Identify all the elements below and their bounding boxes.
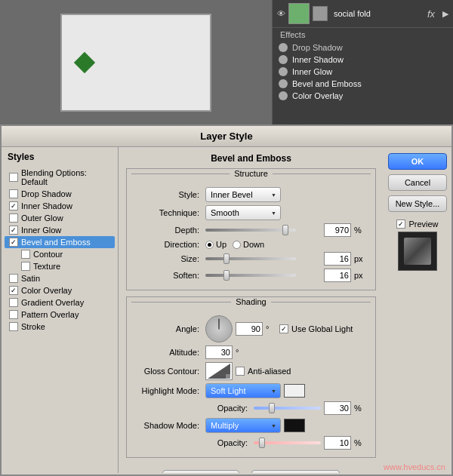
ok-button[interactable]: OK <box>388 153 447 170</box>
style-label-texture: Texture <box>33 262 60 271</box>
fx-button[interactable]: fx <box>423 7 439 21</box>
style-inner-glow[interactable]: Inner Glow <box>5 224 115 236</box>
checkbox-blending[interactable] <box>9 173 18 182</box>
eye-drop-shadow[interactable] <box>279 43 288 52</box>
highlight-opacity-input[interactable] <box>324 401 351 415</box>
style-satin[interactable]: Satin <box>5 272 115 284</box>
depth-row: Depth: % <box>131 223 371 237</box>
watermark: www.hveducs.cn <box>384 462 445 471</box>
size-slider-track[interactable] <box>205 257 296 260</box>
global-light-checkbox[interactable] <box>279 324 288 333</box>
highlight-mode-dropdown[interactable]: Soft Light <box>205 383 281 398</box>
gloss-contour-row: Gloss Contour: Anti-aliased <box>131 362 371 380</box>
style-drop-shadow[interactable]: Drop Shadow <box>5 188 115 200</box>
style-blending-options[interactable]: Blending Options: Default <box>5 167 115 188</box>
direction-up-item[interactable]: Up <box>205 240 226 249</box>
soften-input[interactable] <box>324 269 351 282</box>
svg-marker-1 <box>226 374 230 379</box>
shadow-opacity-input[interactable] <box>324 436 351 450</box>
style-label-color-overlay: Color Overlay <box>21 286 72 295</box>
technique-dropdown[interactable]: Smooth <box>205 205 281 220</box>
style-color-overlay[interactable]: Color Overlay <box>5 284 115 296</box>
anti-aliased-label: Anti-aliased <box>248 367 291 376</box>
depth-slider-container <box>205 229 321 232</box>
new-style-button[interactable]: New Style... <box>388 195 447 212</box>
size-unit: px <box>354 254 365 263</box>
shadow-color-swatch[interactable] <box>284 419 305 432</box>
preview-checkbox[interactable] <box>396 220 405 229</box>
checkbox-texture[interactable] <box>21 262 30 271</box>
style-outer-glow[interactable]: Outer Glow <box>5 212 115 224</box>
soften-slider-track[interactable] <box>205 274 296 277</box>
cancel-button[interactable]: Cancel <box>388 174 447 191</box>
direction-up-radio[interactable] <box>205 241 214 249</box>
depth-input[interactable] <box>324 223 351 237</box>
shadow-opacity-thumb[interactable] <box>259 438 265 448</box>
style-inner-shadow[interactable]: Inner Shadow <box>5 200 115 212</box>
style-texture[interactable]: Texture <box>5 260 115 272</box>
effect-item-bevel-emboss[interactable]: Bevel and Emboss <box>273 78 453 90</box>
style-gradient-overlay[interactable]: Gradient Overlay <box>5 296 115 309</box>
soften-slider-thumb[interactable] <box>223 270 230 281</box>
checkbox-bevel-emboss[interactable] <box>9 238 18 247</box>
shadow-opacity-track[interactable] <box>254 441 321 444</box>
highlight-opacity-thumb[interactable] <box>269 403 275 413</box>
anti-aliased-item[interactable]: Anti-aliased <box>236 367 291 376</box>
altitude-input[interactable] <box>205 345 233 359</box>
shading-title: Shading <box>236 297 266 306</box>
eye-icon[interactable]: 👁 <box>277 9 285 18</box>
angle-wheel[interactable] <box>205 315 233 342</box>
style-label-outer-glow: Outer Glow <box>21 213 63 223</box>
size-input[interactable] <box>324 252 351 266</box>
eye-inner-glow[interactable] <box>279 67 288 76</box>
checkbox-contour[interactable] <box>21 250 30 259</box>
direction-down-item[interactable]: Down <box>233 240 264 249</box>
style-stroke[interactable]: Stroke <box>5 321 115 333</box>
angle-row: Angle: ° Use Global Light <box>131 315 371 342</box>
eye-bevel-emboss[interactable] <box>279 79 288 88</box>
checkbox-satin[interactable] <box>9 274 18 283</box>
soften-label: Soften: <box>137 271 205 280</box>
checkbox-pattern-overlay[interactable] <box>9 310 18 319</box>
checkbox-color-overlay[interactable] <box>9 286 18 295</box>
make-default-button[interactable]: Make Default <box>162 470 240 473</box>
highlight-color-swatch[interactable] <box>284 384 305 398</box>
checkbox-gradient-overlay[interactable] <box>9 298 18 307</box>
size-slider-thumb[interactable] <box>223 253 230 264</box>
gloss-contour-row-content: Anti-aliased <box>205 362 365 380</box>
depth-slider-track[interactable] <box>205 229 296 232</box>
checkbox-outer-glow[interactable] <box>9 213 18 223</box>
canvas-diamond <box>74 51 95 72</box>
effect-item-color-overlay[interactable]: Color Overlay <box>273 90 453 102</box>
contour-preview[interactable] <box>205 362 233 380</box>
style-label-stroke: Stroke <box>21 322 45 331</box>
highlight-opacity-track[interactable] <box>254 407 321 410</box>
global-light-item[interactable]: Use Global Light <box>279 324 353 333</box>
structure-title-bar: Structure <box>127 169 375 178</box>
eye-inner-shadow[interactable] <box>279 55 288 64</box>
expand-icon[interactable]: ▶ <box>442 9 448 19</box>
checkbox-drop-shadow[interactable] <box>9 189 18 198</box>
angle-input[interactable] <box>236 322 263 336</box>
highlight-mode-row-content: Soft Light <box>205 383 365 398</box>
effect-item-inner-glow[interactable]: Inner Glow <box>273 66 453 78</box>
effect-item-drop-shadow[interactable]: Drop Shadow <box>273 41 453 54</box>
style-contour[interactable]: Contour <box>5 248 115 260</box>
effect-item-inner-shadow[interactable]: Inner Shadow <box>273 54 453 66</box>
depth-slider-thumb[interactable] <box>282 225 288 235</box>
eye-color-overlay[interactable] <box>279 91 288 100</box>
checkbox-inner-shadow[interactable] <box>9 201 18 210</box>
direction-down-radio[interactable] <box>233 241 241 249</box>
shadow-opacity-row-content: Opacity: % <box>205 436 365 450</box>
checkbox-stroke[interactable] <box>9 322 18 331</box>
shading-content: Angle: ° Use Global Light <box>127 309 375 457</box>
reset-to-default-button[interactable]: Reset to Default <box>251 470 340 473</box>
style-pattern-overlay[interactable]: Pattern Overlay <box>5 309 115 321</box>
anti-aliased-checkbox[interactable] <box>236 367 245 376</box>
depth-label: Depth: <box>137 226 205 235</box>
checkbox-inner-glow[interactable] <box>9 226 18 235</box>
shadow-mode-dropdown[interactable]: Multiply <box>205 418 281 433</box>
style-dropdown[interactable]: Inner Bevel <box>205 187 281 202</box>
style-bevel-emboss[interactable]: Bevel and Emboss <box>5 236 115 248</box>
shadow-mode-row-content: Multiply <box>205 418 365 433</box>
